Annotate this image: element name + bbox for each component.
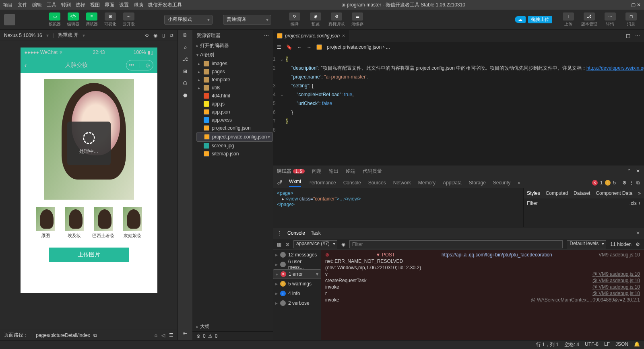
cls-toggle[interactable]: .cls [630, 200, 637, 206]
eye-icon[interactable]: ◉ [341, 242, 345, 247]
db-icon[interactable]: ⛁ [183, 81, 187, 86]
fold-gutter[interactable]: ⌄⌄ [280, 52, 284, 165]
menu-devtools[interactable]: 微信开发者工具 [148, 2, 182, 8]
upload-button[interactable]: ↑上传 [559, 11, 577, 28]
warn-badge-icon[interactable]: ! [605, 180, 611, 186]
devtab-storage[interactable]: Storage [469, 180, 486, 186]
menu-sim-icon[interactable]: ☰ [169, 332, 173, 338]
version-button[interactable]: ⎇版本管理 [580, 11, 598, 28]
devtab-wxml[interactable]: Wxml [289, 179, 301, 187]
indent[interactable]: 空格: 4 [564, 341, 579, 348]
list-icon[interactable]: ☰ [277, 44, 281, 50]
styletab-styles[interactable]: Styles [527, 190, 540, 196]
console-gear-icon[interactable]: ⚙ [636, 242, 640, 247]
thumb-cinderella[interactable]: 灰姑娘妆 [121, 207, 144, 239]
hot-reload-toggle[interactable]: 热重载 开 [58, 32, 78, 39]
add-style-icon[interactable]: + [638, 200, 641, 206]
devtab-memory[interactable]: Memory [418, 180, 436, 186]
hidden-count[interactable]: 11 hidden [610, 242, 632, 247]
style-filter[interactable]: Filter [527, 200, 538, 206]
back-sim-icon[interactable]: ◁ [161, 332, 165, 338]
devtab-network[interactable]: Network [393, 180, 411, 186]
context-select[interactable]: appservice (#7) [293, 240, 337, 248]
dock-icon[interactable]: ⧉ [636, 180, 640, 186]
git-icon[interactable]: ⎇ [182, 56, 188, 62]
project-section[interactable]: AI识别 [192, 50, 273, 60]
thumb-egypt[interactable]: 埃及妆 [63, 207, 86, 239]
clear-cache-button[interactable]: ☰清缓存 [349, 11, 366, 28]
tab-output[interactable]: 输出 [329, 168, 339, 175]
tree-utils[interactable]: utils [196, 84, 273, 92]
capsule[interactable]: •••◎ [126, 60, 153, 70]
compile-select[interactable]: 普通编译 [223, 15, 271, 25]
thumb-brazil[interactable]: 巴西土著妆 [92, 207, 115, 239]
home-icon[interactable]: ⌂ [155, 332, 157, 338]
avatar[interactable] [4, 14, 15, 25]
popout-icon[interactable]: ⧉ [170, 33, 173, 38]
editor-button[interactable]: </>编辑器 [64, 11, 82, 28]
levels-select[interactable]: Default levels [567, 240, 606, 248]
menu-tool[interactable]: 工具 [47, 2, 56, 8]
drawer-menu-icon[interactable]: ⋮ [277, 230, 282, 236]
tab-debugger[interactable]: 调试器1, 5 [277, 168, 305, 175]
open-editors-section[interactable]: 打开的编辑器 [192, 41, 273, 50]
tab-quality[interactable]: 代码质量 [363, 168, 382, 175]
menu-settings[interactable]: 设置 [119, 2, 129, 8]
msg-filter[interactable]: ▸12 messages [273, 250, 321, 260]
msg-filter[interactable]: ▸✕1 error [273, 269, 321, 279]
menu-help[interactable]: 帮助 [134, 2, 143, 8]
tree-app.wxss[interactable]: app.wxss [196, 116, 273, 124]
tree-images[interactable]: images [196, 60, 273, 68]
message-button[interactable]: ◻消息 [622, 11, 640, 28]
tree-sitemap.json[interactable]: sitemap.json [196, 150, 273, 158]
warning-icon[interactable]: ⚠ [208, 333, 213, 339]
ext-icon[interactable]: ⊞ [183, 68, 187, 74]
files-icon[interactable]: 🗎 [183, 32, 188, 38]
tab-close-icon[interactable]: × [342, 33, 345, 39]
mode-select[interactable]: 小程序模式 [164, 15, 213, 25]
msg-filter[interactable]: ▸6 user mess... [273, 260, 321, 269]
cursor-pos[interactable]: 行 1，列 1 [536, 341, 559, 348]
thumb-original[interactable]: 原图 [34, 207, 57, 239]
minimize-icon[interactable]: — [625, 2, 630, 8]
devtab-more[interactable]: » [518, 180, 520, 186]
bell-icon[interactable]: 🔔 [634, 341, 640, 348]
expand-icon[interactable]: ▸ [275, 300, 278, 306]
drawer-console[interactable]: Console [287, 230, 305, 236]
expand-icon[interactable]: ▸ [275, 262, 278, 267]
drawer-close-icon[interactable]: ✕ [636, 230, 640, 236]
styletab-more[interactable]: » [638, 190, 641, 196]
nav-fwd-icon[interactable]: → [307, 44, 312, 50]
search-icon[interactable]: ⌕ [184, 44, 187, 50]
tree-app.json[interactable]: app.json [196, 108, 273, 116]
remote-debug-button[interactable]: ⚙真机调试 [328, 11, 345, 28]
page-path[interactable]: pages/pictureDetail/index [36, 332, 90, 338]
cloud-icon[interactable]: ☁ [515, 16, 526, 23]
menu-goto[interactable]: 转到 [61, 2, 71, 8]
cloud-button[interactable]: ∞云开发 [120, 11, 138, 28]
tree-template[interactable]: template [196, 76, 273, 84]
more-editor-icon[interactable]: ⋯ [635, 33, 640, 39]
tab-problems[interactable]: 问题 [312, 168, 322, 175]
maximize-icon[interactable]: ▢ [631, 2, 636, 8]
visual-button[interactable]: ⊞可视化 [101, 11, 119, 28]
refresh-icon[interactable]: ⟲ [144, 33, 149, 38]
error-badge-icon[interactable]: ✕ [592, 180, 598, 186]
explorer-more-icon[interactable]: ⋯ [264, 33, 269, 38]
gear-icon[interactable]: ⚙ [622, 180, 627, 186]
console-filter-input[interactable] [349, 240, 563, 248]
more-icon[interactable]: ••• [129, 62, 134, 68]
expand-icon[interactable]: ▸ [275, 291, 278, 296]
collapse-icon[interactable]: ⌃ [627, 168, 631, 174]
console-output[interactable]: ⊗ ▼ POST https://api.ai.qq.com/fcgi-bin/… [321, 250, 644, 340]
record-icon[interactable]: ◉ [153, 33, 157, 38]
compile-button[interactable]: ⟳编译 [286, 11, 303, 28]
language[interactable]: JSON [615, 341, 628, 348]
menu-view[interactable]: 视图 [90, 2, 100, 8]
menu-edit[interactable]: 编辑 [32, 2, 42, 8]
drag-upload-badge[interactable]: 拖拽上传 [528, 16, 552, 23]
inspect-icon[interactable]: ⮰ [277, 180, 282, 186]
phone-icon[interactable]: ▯ [162, 33, 165, 38]
styletab-compdata[interactable]: Component Data [596, 190, 632, 196]
collapse-icon[interactable]: ⇤ [183, 330, 187, 336]
